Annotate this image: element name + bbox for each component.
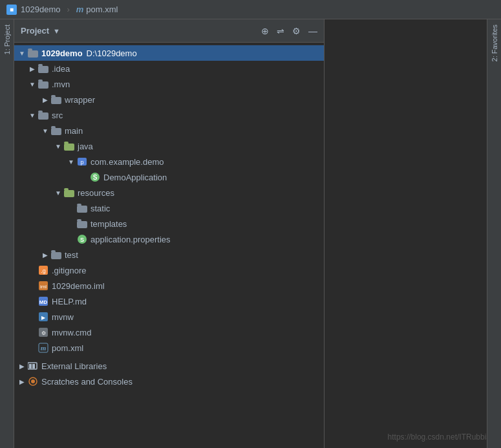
- main-layout: 1: Project Project ▼ ⊕ ⇌ ⚙ — 1029demo: [0, 19, 501, 448]
- tree-item-helpmd[interactable]: MD HELP.md: [14, 293, 324, 309]
- tree-item-main[interactable]: main: [14, 123, 324, 138]
- package-label: com.example.demo: [91, 157, 164, 167]
- globe-icon[interactable]: ⊕: [261, 26, 269, 36]
- svg-rect-0: [28, 50, 38, 58]
- tree-item-idea[interactable]: .idea: [14, 61, 324, 76]
- tree-item-static[interactable]: static: [14, 200, 324, 216]
- tree-item-java[interactable]: java: [14, 138, 324, 154]
- ext-libs-label: External Libraries: [41, 361, 107, 371]
- scratches-label: Scratches and Consoles: [41, 377, 133, 387]
- package-icon: p: [76, 156, 88, 167]
- svg-rect-7: [51, 95, 56, 98]
- wrapper-arrow: [40, 96, 50, 103]
- resources-folder-icon: [63, 187, 75, 198]
- panel-header: Project ▼ ⊕ ⇌ ⚙ —: [14, 19, 324, 43]
- gitignore-label: .gitignore: [52, 266, 86, 275]
- svg-point-44: [31, 379, 35, 383]
- tree-item-templates[interactable]: templates: [14, 216, 324, 231]
- svg-text:S: S: [93, 174, 98, 181]
- panel-dropdown-arrow[interactable]: ▼: [53, 27, 60, 35]
- resources-arrow: [53, 189, 63, 197]
- tree-item-mvnwcmd[interactable]: ⚙ mvnw.cmd: [14, 325, 324, 340]
- svg-rect-4: [38, 81, 48, 89]
- spring-class-icon: S: [89, 172, 101, 182]
- close-panel-icon[interactable]: —: [308, 26, 317, 36]
- mvn-folder-icon: [37, 79, 49, 89]
- svg-rect-2: [38, 66, 48, 73]
- md-icon: MD: [37, 296, 49, 306]
- static-label: static: [91, 204, 110, 213]
- favorites-side-tab[interactable]: 2: Favorites: [489, 19, 500, 67]
- main-label: main: [65, 126, 83, 136]
- ext-libs-icon: [27, 361, 39, 371]
- watermark: https://blog.csdn.net/ITRubbish: [388, 432, 495, 442]
- tree-item-mvnw[interactable]: ▶ mvnw: [14, 309, 324, 325]
- tree-item-demo-app[interactable]: S DemoApplication: [14, 169, 324, 185]
- svg-rect-26: [51, 252, 61, 259]
- idea-label: .idea: [52, 64, 70, 74]
- svg-text:m: m: [41, 344, 47, 352]
- scratches-arrow: [17, 378, 27, 385]
- java-label: java: [78, 142, 93, 151]
- svg-text:⚙: ⚙: [41, 330, 46, 336]
- svg-rect-20: [77, 206, 87, 213]
- mvnw-label: mvnw: [52, 312, 74, 322]
- main-folder-icon: [50, 125, 62, 136]
- java-folder-icon: [63, 141, 75, 151]
- svg-rect-13: [64, 142, 69, 144]
- svg-rect-18: [64, 190, 74, 197]
- svg-rect-10: [51, 128, 61, 135]
- pom-icon: m: [37, 343, 49, 353]
- svg-rect-27: [51, 250, 56, 253]
- java-arrow: [53, 143, 63, 150]
- tree-item-gitignore[interactable]: .g .gitignore: [14, 262, 324, 278]
- tree-item-test[interactable]: test: [14, 247, 324, 262]
- app-props-label: application.properties: [91, 235, 171, 244]
- idea-arrow: [27, 65, 37, 72]
- tree-item-src[interactable]: src: [14, 107, 324, 123]
- pom-label: pom.xml: [52, 343, 83, 353]
- svg-text:iml: iml: [40, 284, 47, 290]
- svg-rect-12: [64, 144, 74, 151]
- svg-text:p: p: [80, 159, 83, 165]
- project-side-tab[interactable]: 1: Project: [1, 19, 13, 59]
- tree-item-scratches[interactable]: Scratches and Consoles: [14, 374, 324, 389]
- title-project-name: 1029demo: [21, 5, 60, 14]
- mvnw-icon: ▶: [37, 312, 49, 322]
- templates-folder-icon: [76, 219, 88, 229]
- src-folder-icon: [37, 110, 49, 120]
- tree-item-resources[interactable]: resources: [14, 185, 324, 200]
- settings-icon[interactable]: ⚙: [292, 26, 301, 36]
- title-separator: ›: [67, 5, 69, 14]
- project-panel: Project ▼ ⊕ ⇌ ⚙ — 1029demo D:\1029demo: [14, 19, 325, 448]
- root-label: 1029demo: [41, 48, 83, 58]
- svg-text:.g: .g: [41, 268, 46, 274]
- iml-label: 1029demo.iml: [52, 281, 105, 291]
- left-strip: 1: Project: [0, 19, 14, 448]
- tree-item-package[interactable]: p com.example.demo: [14, 154, 324, 169]
- test-folder-icon: [50, 250, 62, 260]
- scratches-icon: [27, 376, 39, 387]
- tree-item-external-libs[interactable]: External Libraries: [14, 358, 324, 374]
- main-arrow: [40, 127, 50, 134]
- layout-icon[interactable]: ⇌: [277, 26, 284, 36]
- spring-props-icon: S: [76, 234, 88, 244]
- tree-item-mvn[interactable]: .mvn: [14, 76, 324, 92]
- svg-rect-8: [38, 112, 48, 120]
- mvn-arrow: [27, 81, 37, 88]
- src-label: src: [52, 111, 63, 120]
- svg-rect-1: [28, 48, 32, 51]
- tree-item-app-props[interactable]: S application.properties: [14, 231, 324, 247]
- mvnwcmd-label: mvnw.cmd: [52, 328, 91, 337]
- src-arrow: [27, 112, 37, 119]
- tree-item-pom[interactable]: m pom.xml: [14, 340, 324, 356]
- tree-item-iml[interactable]: iml 1029demo.iml: [14, 278, 324, 293]
- right-area: https://blog.csdn.net/ITRubbish: [325, 19, 501, 448]
- iml-icon: iml: [37, 281, 49, 291]
- title-bar: ■ 1029demo › mpom.xml: [0, 0, 501, 19]
- gitignore-icon: .g: [37, 265, 49, 275]
- tree-item-root[interactable]: 1029demo D:\1029demo: [14, 45, 324, 61]
- svg-rect-41: [29, 364, 32, 368]
- svg-text:S: S: [80, 237, 84, 243]
- tree-item-wrapper[interactable]: wrapper: [14, 92, 324, 107]
